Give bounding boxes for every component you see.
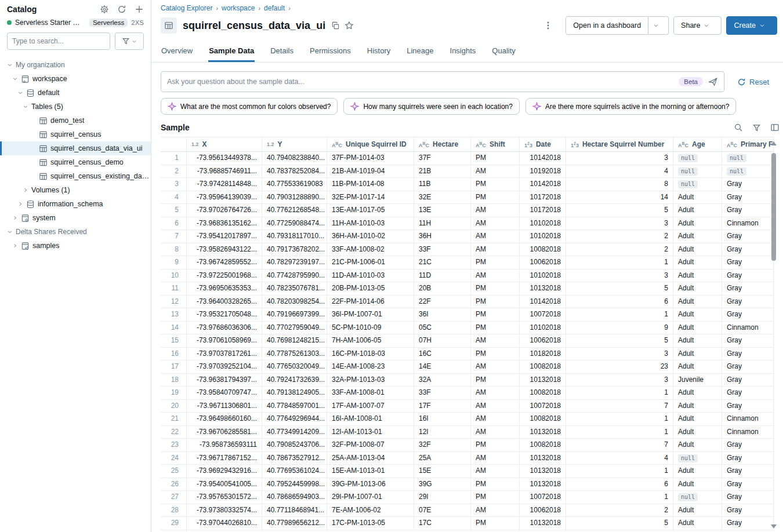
column-header-primary-fur-co[interactable]: ABCPrimary Fur Co (722, 137, 774, 151)
tab-overview[interactable]: Overview (161, 44, 193, 62)
refresh-icon[interactable] (117, 5, 126, 14)
vertical-scroll-thumb[interactable] (771, 153, 776, 261)
tab-sample-data[interactable]: Sample Data (208, 44, 255, 62)
table-row: 14-73.97686036306...40.77027959049...5C-… (161, 322, 774, 335)
ask-question-input[interactable] (167, 78, 674, 86)
tree-item[interactable]: squirrel_census_demo (0, 155, 151, 169)
open-in-dashboard-chevron[interactable] (648, 16, 669, 35)
table-cell: PM (471, 178, 520, 191)
search-icon[interactable] (734, 123, 743, 132)
open-in-dashboard-button[interactable]: Open in a dashboard (566, 16, 648, 35)
tab-quality[interactable]: Quality (491, 44, 516, 62)
copy-icon[interactable] (331, 21, 340, 30)
tree-item[interactable]: samples (0, 239, 151, 253)
table-cell: 10132018 (520, 374, 566, 387)
table-cell: 40.79241732639... (262, 374, 327, 387)
tree-item[interactable]: Delta Shares Received (0, 225, 151, 239)
add-icon[interactable] (135, 5, 144, 14)
table-cell: -73.97039252104... (187, 360, 262, 373)
tab-insights[interactable]: Insights (449, 44, 477, 62)
breadcrumb-separator: › (288, 5, 291, 12)
kebab-menu-icon[interactable] (541, 19, 555, 32)
scroll-up-icon[interactable] (771, 141, 777, 145)
column-header-hectare-squirrel-number[interactable]: 123Hectare Squirrel Number (566, 137, 673, 151)
tab-details[interactable]: Details (270, 44, 294, 62)
table-cell: AM (471, 217, 520, 230)
breadcrumb-link[interactable]: Catalog Explorer (161, 4, 212, 12)
tree-item[interactable]: Volumes (1) (0, 183, 151, 197)
share-button[interactable]: Share (673, 16, 722, 35)
table-cell: -73.95826943122... (187, 243, 262, 256)
tab-permissions[interactable]: Permissions (309, 44, 351, 62)
table-cell: 22F (414, 296, 471, 308)
row-number: 15 (161, 334, 187, 347)
table-cell: 7H-AM-1006-05 (327, 334, 414, 347)
side-panel-icon[interactable] (770, 123, 780, 132)
tree-item[interactable]: squirrel_census_existing_data_... (0, 169, 151, 183)
column-header-y[interactable]: 1.2Y (262, 137, 327, 151)
row-number: 27 (161, 491, 187, 504)
chevron-down-icon[interactable] (7, 229, 13, 235)
column-header-hectare[interactable]: ABCHectare (414, 137, 471, 151)
table-icon (39, 116, 48, 125)
table-row: 23-73.95873659311140.79085243706...32F-P… (161, 439, 774, 452)
table-cell: -73.96717867152... (187, 452, 262, 465)
chevron-down-icon[interactable] (17, 90, 23, 96)
warehouse-row[interactable]: Serverless Starter Wareho... Serverless … (0, 16, 151, 31)
chevron-right-icon[interactable] (23, 187, 28, 193)
star-icon[interactable] (345, 21, 354, 30)
chevron-down-icon[interactable] (23, 104, 28, 110)
filter-icon[interactable] (752, 123, 761, 132)
sample-data-table: 1.2X1.2YABCUnique Squirrel IDABCHectareA… (161, 137, 780, 532)
tab-history[interactable]: History (367, 44, 391, 62)
page-title: squirrel_census_data_via_ui (183, 20, 325, 32)
catalog-filter-button[interactable] (115, 32, 144, 50)
tree-item[interactable]: squirrel_census_data_via_ui (0, 141, 151, 155)
send-icon[interactable] (708, 76, 718, 87)
tree-item[interactable]: My organization (0, 58, 151, 72)
suggestion-chip[interactable]: What are the most common fur colors obse… (161, 98, 338, 115)
table-row: 7-73.95412017897...40.79318117010...36H-… (161, 230, 774, 243)
column-header-unique-squirrel-id[interactable]: ABCUnique Squirrel ID (327, 137, 414, 151)
catalog-search-input[interactable] (7, 32, 110, 50)
suggestion-chip[interactable]: Are there more squirrels active in the m… (525, 98, 737, 115)
tree-item[interactable]: Tables (5) (0, 100, 151, 114)
tree-item[interactable]: information_schema (0, 197, 151, 211)
tree-item-label: information_schema (38, 200, 103, 208)
reset-refresh-icon (737, 78, 746, 86)
column-header-date[interactable]: 123Date (520, 137, 566, 151)
chevron-down-icon[interactable] (7, 62, 13, 68)
table-cell: 13E-AM-1017-05 (327, 204, 414, 217)
table-cell: PM (471, 282, 520, 295)
row-number: 9 (161, 256, 187, 269)
gear-icon[interactable] (100, 5, 109, 14)
tree-item[interactable]: demo_test (0, 114, 151, 127)
column-header-shift[interactable]: ABCShift (471, 137, 520, 151)
chevron-right-icon[interactable] (12, 215, 18, 221)
decimal-type-icon: 1.2 (267, 137, 274, 151)
tree-item[interactable]: default (0, 86, 151, 100)
suggestion-chip[interactable]: How many squirrels were seen in each loc… (343, 98, 519, 115)
table-cell: 40.77649296944... (262, 413, 327, 425)
column-header-x[interactable]: 1.2X (187, 137, 262, 151)
reset-button[interactable]: Reset (737, 78, 769, 86)
create-button[interactable]: Create (726, 16, 777, 35)
column-header-age[interactable]: ABCAge (673, 137, 722, 151)
table-cell: PM (471, 491, 520, 504)
table-row: 22-73.96706285581...40.77349914209...12I… (161, 426, 774, 439)
scroll-down-icon[interactable] (771, 524, 777, 529)
breadcrumb-link[interactable]: workspace (222, 4, 255, 12)
tree-item[interactable]: squirrel_census (0, 127, 151, 141)
row-number: 29 (161, 517, 187, 530)
chevron-down-icon[interactable] (12, 76, 18, 82)
tab-lineage[interactable]: Lineage (406, 44, 434, 62)
table-cell: Gray (722, 360, 774, 373)
tree-item[interactable]: workspace (0, 72, 151, 86)
chevron-right-icon[interactable] (12, 243, 18, 249)
tree-item[interactable]: system (0, 211, 151, 225)
breadcrumb-link[interactable]: default (264, 4, 285, 12)
table-cell: AM (471, 230, 520, 243)
table-cell: Gray (722, 178, 774, 191)
table-cell: null (673, 452, 722, 465)
chevron-right-icon[interactable] (17, 201, 23, 207)
